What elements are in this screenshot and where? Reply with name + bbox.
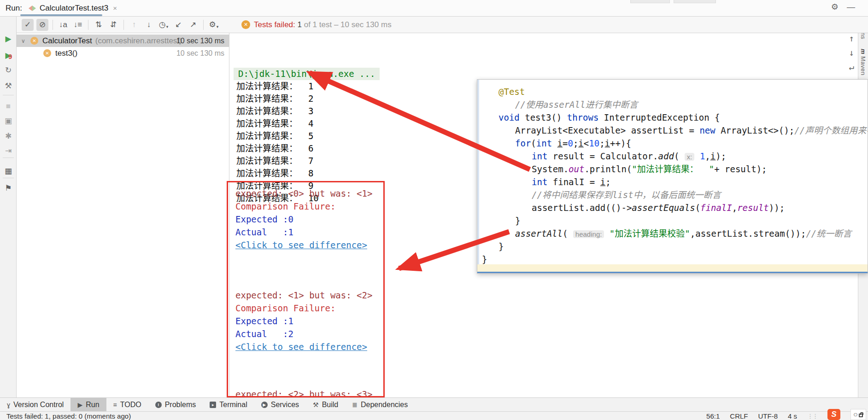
next-failed-test-icon[interactable]: ↓ — [143, 19, 155, 31]
divider — [53, 20, 53, 30]
test-settings-wrench-icon[interactable]: ⚒ — [0, 81, 17, 91]
console-line: 加法计算结果： 6 — [236, 142, 313, 155]
attach-to-process-icon[interactable]: ⇥ — [0, 146, 17, 156]
show-passed-icon[interactable]: ✓ — [22, 19, 34, 31]
divider — [203, 20, 204, 30]
code-line: @Test — [499, 85, 525, 98]
sort-alphabetically-icon[interactable]: ↓a — [57, 19, 69, 31]
soft-wrap-icon[interactable]: ↵ — [849, 62, 854, 72]
comparison-failure-label: Comparison Failure: — [235, 302, 372, 315]
editor-tab-remnant — [674, 0, 716, 3]
comparison-failure-label: Comparison Failure: — [235, 200, 372, 213]
failed-status-icon: ✕ — [241, 20, 250, 29]
actual-value: Actual :2 — [235, 327, 372, 340]
run-label: Run — [86, 401, 99, 409]
code-panel-gutter — [477, 80, 479, 273]
test-tree-row-calculatortest[interactable]: ∨✕CalculatorTest(com.ceshiren.arresttest… — [17, 35, 229, 47]
console-line: 加法计算结果： 3 — [236, 105, 313, 117]
test-history-icon[interactable]: ◷▾ — [158, 19, 170, 31]
tool-window-button-version-control[interactable]: ɣVersion Control — [0, 398, 70, 411]
tool-window-maven[interactable]: m Maven — [860, 49, 867, 76]
show-ignored-icon[interactable]: ⊘ — [36, 19, 48, 31]
expand-all-icon[interactable]: ⇅ — [93, 19, 105, 31]
code-line: ArrayList<Executable> assertList = new A… — [515, 124, 868, 137]
export-test-results-icon[interactable]: ↗ — [187, 19, 199, 31]
tests-failed-count: 1 — [298, 20, 302, 29]
pin-tab-icon[interactable]: ⚑ — [0, 183, 17, 193]
rerun-test-icon[interactable]: ▶ — [0, 34, 17, 44]
code-line: int result = Calculator.add( x: 1,i); — [532, 150, 726, 163]
problems-icon: ! — [155, 402, 162, 408]
click-to-see-difference-link[interactable]: <Click to see difference> — [235, 239, 372, 251]
click-to-see-difference-link[interactable]: <Click to see difference> — [235, 340, 372, 353]
settings-icon[interactable]: ⚙▾ — [208, 19, 220, 31]
tool-window-button-dependencies[interactable]: ≣Dependencies — [345, 398, 415, 411]
code-snippet-panel: @Test//使用asserAll进行集中断言void test3() thro… — [477, 79, 868, 274]
dependencies-label: Dependencies — [361, 401, 408, 409]
encoding-indicator[interactable]: UTF-8 — [758, 412, 778, 420]
rerun-failed-tests-icon[interactable]: ▶9 — [0, 51, 17, 61]
toggle-auto-test-icon[interactable]: ↻ — [0, 65, 17, 76]
stop-process-icon[interactable]: ■ — [0, 101, 17, 111]
capture-memory-snapshot-icon[interactable]: ▣ — [0, 116, 17, 126]
error-annotation-box: expected: <0> but was: <1>Comparison Fai… — [227, 181, 385, 397]
caret-position[interactable]: 56:1 — [706, 412, 720, 420]
code-line: void test3() throws InterruptedException… — [499, 111, 720, 124]
services-label: Services — [271, 401, 299, 409]
code-panel-bottom-line — [477, 272, 868, 273]
tool-window-button-problems[interactable]: !Problems — [148, 398, 203, 411]
tests-failed-detail: of 1 test – 10 sec 130 ms — [304, 20, 392, 29]
problems-label: Problems — [165, 401, 196, 409]
run-panel-left-toolbar: ▶▶9↻⚒■▣✱⇥▦⚑ — [0, 17, 17, 397]
code-line: } — [499, 240, 504, 253]
test-status: ✕ Tests failed: 1 of 1 test – 10 sec 130… — [241, 20, 392, 29]
test-package: (com.ceshiren.arresttest) — [95, 36, 182, 46]
tab-calculatortest-test3[interactable]: CalculatorTest.test3 × — [24, 0, 122, 16]
collapse-all-icon[interactable]: ⇵ — [107, 19, 119, 31]
ime-tray[interactable]: ⵔ — [850, 409, 866, 420]
tool-window-button-todo[interactable]: ≡TODO — [106, 398, 148, 411]
tool-window-button-run[interactable]: ▶Run — [70, 398, 106, 411]
expected-but-was-line: expected: <1> but was: <2> — [235, 289, 372, 302]
tab-close-icon[interactable]: × — [113, 4, 117, 12]
expected-but-was-line-partial: expected: <2> but was: <3> — [235, 388, 372, 397]
sogou-ime-icon[interactable]: S — [827, 409, 840, 420]
layout-settings-icon[interactable]: ▦ — [0, 166, 17, 176]
test-tree-row-test3[interactable]: ✕test3()10 sec 130 ms — [17, 47, 229, 59]
version-control-label: Version Control — [13, 401, 64, 409]
line-ending-indicator[interactable]: CRLF — [730, 412, 748, 420]
tool-window-button-services[interactable]: ▶Services — [254, 398, 306, 411]
profiler-rerun-icon[interactable]: ✱ — [0, 131, 17, 141]
indent-indicator[interactable]: 4 s — [788, 412, 797, 420]
code-line: //将中间结果保存到list中，以备后面统一断言 — [532, 188, 721, 201]
test-duration: 10 sec 130 ms — [176, 49, 224, 58]
console-line: 加法计算结果： 5 — [236, 130, 313, 142]
test-name: CalculatorTest — [42, 36, 92, 46]
drag-handle-dots: ⋮⋮ — [807, 413, 817, 420]
sort-by-duration-icon[interactable]: ↓≡ — [72, 19, 84, 31]
editor-tab-remnant — [630, 0, 670, 3]
tests-failed-label: Tests failed: — [254, 20, 295, 29]
chevron-down-icon[interactable]: ∨ — [21, 38, 25, 44]
test-tree: ∨✕CalculatorTest(com.ceshiren.arresttest… — [17, 33, 229, 397]
console-line: 加法计算结果： 2 — [236, 93, 313, 105]
terminal-icon: ▸ — [210, 402, 216, 408]
import-test-results-icon[interactable]: ↙ — [172, 19, 184, 31]
scroll-to-bottom-icon[interactable]: ↓ — [849, 47, 854, 58]
todo-icon: ≡ — [113, 401, 117, 408]
code-line: for(int i=0;i<10;i++){ — [515, 137, 631, 150]
expected-value: Expected :1 — [235, 315, 372, 327]
status-bar: Tests failed: 1, passed: 0 (moments ago)… — [0, 411, 868, 420]
terminal-label: Terminal — [219, 401, 247, 409]
code-line: //使用asserAll进行集中断言 — [515, 98, 638, 111]
scroll-to-top-icon[interactable]: ↑ — [849, 33, 854, 43]
tool-window-button-build[interactable]: ⚒Build — [306, 398, 345, 411]
tool-window-button-terminal[interactable]: ▸Terminal — [203, 398, 254, 411]
hide-tool-window-icon[interactable]: — — [847, 2, 855, 12]
test-name: test3() — [55, 49, 77, 58]
build-label: Build — [322, 401, 339, 409]
ime-mode-icon: ⵔ — [854, 412, 858, 417]
tool-window-gear-icon[interactable]: ⚙ — [831, 2, 839, 12]
run-panel-header: Run: CalculatorTest.test3 × ⚙ — — [0, 0, 868, 17]
tab-active-underline — [20, 14, 102, 16]
